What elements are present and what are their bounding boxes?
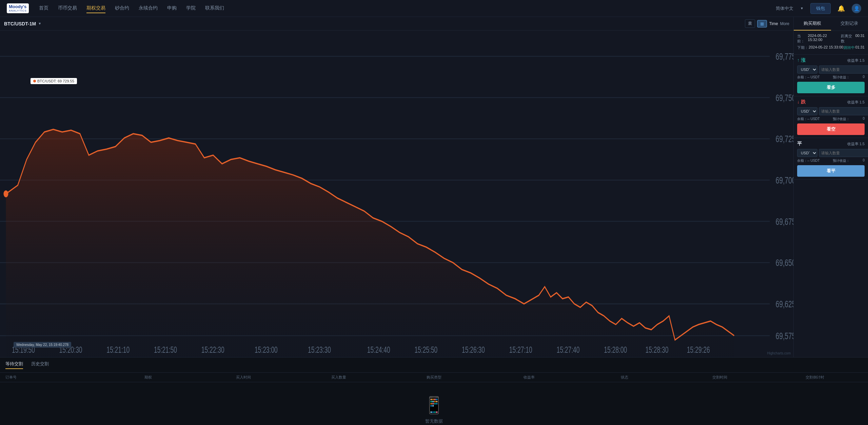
flat-header: 平 收益率 1.5 <box>797 141 865 147</box>
down-header: ↓ 跌 收益率 1.5 <box>797 99 865 105</box>
svg-text:69,650: 69,650 <box>776 257 793 268</box>
orders-area: 等待交割 历史交割 订单号 期权 买入时间 买入数量 购买类型 收益率 状态 交… <box>0 357 868 425</box>
col-settlement-time: 交割时间 <box>672 375 767 380</box>
orders-table-header: 订单号 期权 买入时间 买入数量 购买类型 收益率 状态 交割时间 交割倒计时 <box>0 373 868 382</box>
svg-text:15:29:26: 15:29:26 <box>687 345 710 355</box>
navbar: Moody's ANALYTICS 首页 币币交易 期权交易 砂合约 永续合约 … <box>0 0 868 17</box>
next-label: 下期： <box>797 45 808 50</box>
svg-text:15:26:30: 15:26:30 <box>462 345 485 355</box>
svg-text:69,575: 69,575 <box>776 330 793 341</box>
svg-text:15:24:40: 15:24:40 <box>367 345 390 355</box>
chart-svg: 69,775 69,750 69,725 69,700 69,675 69,65… <box>0 31 793 357</box>
col-buy-time: 买入时间 <box>196 375 291 380</box>
nav-links: 首页 币币交易 期权交易 砂合约 永续合约 申购 学院 联系我们 <box>39 4 776 13</box>
svg-text:15:27:40: 15:27:40 <box>556 345 579 355</box>
down-amount-input[interactable] <box>819 107 868 115</box>
chart-toolbar: BTC/USDT-1M ▼ 囊 ▦ Time More <box>0 17 793 31</box>
time-tooltip: Wednesday, May 22, 15:19:40.278 <box>14 342 71 348</box>
flat-profit-val: 0 <box>863 158 865 163</box>
nav-link-coin[interactable]: 币币交易 <box>58 4 77 13</box>
logo-sub: ANALYTICS <box>9 9 27 12</box>
next-status: 跳转中 <box>844 45 855 50</box>
tab-history[interactable]: 历史交割 <box>31 361 49 369</box>
nav-link-home[interactable]: 首页 <box>39 4 48 13</box>
col-status: 状态 <box>577 375 672 380</box>
nav-link-academy[interactable]: 学院 <box>186 4 196 13</box>
down-yield: 收益率 1.5 <box>847 100 865 105</box>
tab-buy-options[interactable]: 购买期权 <box>794 17 831 31</box>
up-input-row: USDT USDT <box>797 65 865 74</box>
btn-buy-up[interactable]: 看多 <box>797 82 865 93</box>
flat-balance-row: 余额：-- USDT 预计收益： 0 <box>797 158 865 163</box>
flat-amount-input[interactable] <box>819 149 868 157</box>
flat-input-row: USDT USDT <box>797 149 865 157</box>
price-dot <box>33 80 36 82</box>
chart-area: BTC/USDT-1M ▼ 囊 ▦ Time More <box>0 17 793 357</box>
current-val: 2024-05-22 15:32:00 <box>808 34 841 44</box>
up-amount-input[interactable] <box>819 65 868 74</box>
avatar[interactable]: 👤 <box>852 4 861 13</box>
next-row: 下期： 2024-05-22 15:33:00 跳转中 01:31 <box>797 45 865 50</box>
more-button[interactable]: More <box>780 21 789 26</box>
col-buy-amount: 买入数量 <box>291 375 387 380</box>
up-currency-select[interactable]: USDT <box>797 65 817 74</box>
time-tooltip-text: Wednesday, May 22, 15:19:40.278 <box>16 343 68 347</box>
main-layout: BTC/USDT-1M ▼ 囊 ▦ Time More <box>0 17 868 357</box>
nav-link-perpetual[interactable]: 永续合约 <box>139 4 158 13</box>
flat-balance: 余额：-- USDT <box>797 158 820 163</box>
col-order-id: 订单号 <box>5 375 101 380</box>
price-label: BTC/USDT: 69 729.55 <box>31 78 77 84</box>
svg-text:69,675: 69,675 <box>776 216 793 227</box>
nav-wallet-button[interactable]: 钱包 <box>810 3 831 14</box>
svg-text:69,700: 69,700 <box>776 175 793 185</box>
up-header: ↑ 涨 收益率 1.5 <box>797 57 865 63</box>
current-label: 当前： <box>797 34 808 44</box>
up-label: ↑ 涨 <box>797 57 806 63</box>
svg-text:15:28:00: 15:28:00 <box>604 345 627 355</box>
down-label: ↓ 跌 <box>797 99 806 105</box>
nav-link-sand[interactable]: 砂合约 <box>115 4 129 13</box>
down-profit-prefix: 预计收益： <box>833 117 850 121</box>
trade-section-up: ↑ 涨 收益率 1.5 USDT USDT 余额：-- USDT 预计收益： 0… <box>794 55 868 96</box>
up-balance: 余额：-- USDT <box>797 75 820 80</box>
btn-buy-flat[interactable]: 看平 <box>797 165 865 177</box>
btn-buy-down[interactable]: 看空 <box>797 123 865 135</box>
nav-lang-switch[interactable]: 简体中文 <box>776 5 793 12</box>
empty-text: 暂无数据 <box>425 418 443 424</box>
up-profit-val: 0 <box>863 75 865 80</box>
down-balance: 余额：-- USDT <box>797 117 820 121</box>
nav-link-options[interactable]: 期权交易 <box>86 4 105 13</box>
pair-dropdown-arrow: ▼ <box>38 22 41 25</box>
svg-text:15:21:50: 15:21:50 <box>154 345 177 355</box>
svg-point-31 <box>3 190 8 197</box>
svg-text:15:22:30: 15:22:30 <box>201 345 224 355</box>
flat-currency-select[interactable]: USDT <box>797 149 817 157</box>
svg-text:15:27:10: 15:27:10 <box>509 345 532 355</box>
candlestick-button[interactable]: ▦ <box>757 20 767 27</box>
up-profit-prefix: 预计收益： <box>833 75 850 80</box>
svg-text:69,775: 69,775 <box>776 51 793 62</box>
price-label-text: BTC/USDT: 69 729.55 <box>37 79 74 83</box>
tab-pending[interactable]: 等待交割 <box>5 361 23 369</box>
down-profit-val: 0 <box>863 117 865 121</box>
orders-tabs: 等待交割 历史交割 <box>0 358 868 373</box>
current-count: 00:31 <box>855 34 865 44</box>
pair-selector[interactable]: BTC/USDT-1M ▼ <box>4 21 41 26</box>
svg-text:69,725: 69,725 <box>776 134 793 144</box>
current-count-label: 距离交数 <box>841 34 855 44</box>
tab-records[interactable]: 交割记录 <box>831 17 868 31</box>
down-balance-row: 余额：-- USDT 预计收益： 0 <box>797 117 865 121</box>
nav-link-ipo[interactable]: 申购 <box>167 4 177 13</box>
bar-chart-button[interactable]: 囊 <box>745 19 755 28</box>
logo-text: Moody's <box>9 4 27 9</box>
bell-icon[interactable]: 🔔 <box>837 5 845 12</box>
col-buy-type: 购买类型 <box>387 375 482 380</box>
nav-link-contact[interactable]: 联系我们 <box>205 4 224 13</box>
logo: Moody's ANALYTICS <box>7 3 29 13</box>
down-currency-select[interactable]: USDT <box>797 107 817 115</box>
time-button[interactable]: Time <box>769 21 778 26</box>
empty-state: 📱 暂无数据 <box>0 382 868 425</box>
logo-box: Moody's ANALYTICS <box>7 3 29 13</box>
svg-text:69,625: 69,625 <box>776 298 793 309</box>
col-countdown: 交割倒计时 <box>767 375 863 380</box>
